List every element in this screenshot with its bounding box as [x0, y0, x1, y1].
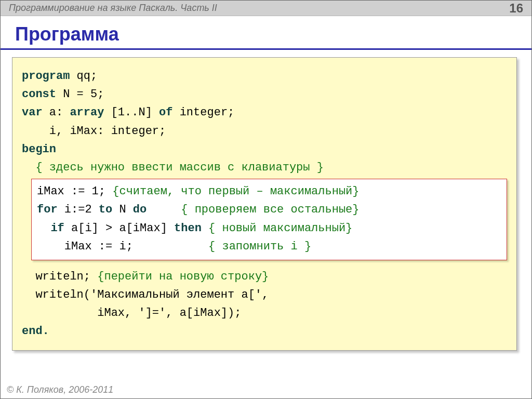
code-box: program qq; const N = 5; var a: array [1… — [12, 57, 517, 351]
comment: { запомнить i } — [208, 240, 311, 253]
highlight-box: iMax := 1; {считаем, что первый – максим… — [31, 179, 507, 260]
comment: {перейти на новую строку} — [97, 270, 269, 283]
keyword: do — [133, 203, 147, 216]
slide-topic: Программирование на языке Паскаль. Часть… — [9, 3, 217, 14]
indent — [22, 161, 35, 174]
top-bar: Программирование на языке Паскаль. Часть… — [1, 1, 531, 16]
code-area: program qq; const N = 5; var a: array [1… — [1, 50, 531, 351]
keyword: program — [22, 70, 70, 83]
code-line: writeln; {перейти на новую строку} — [22, 268, 507, 286]
code-line: { здесь нужно ввести массив с клавиатуры… — [22, 158, 507, 177]
keyword: if — [50, 222, 64, 235]
code-text — [202, 222, 208, 235]
comment: { здесь нужно ввести массив с клавиатуры… — [35, 161, 324, 174]
keyword: const — [22, 88, 56, 101]
code-line: i, iMax: integer; — [22, 122, 507, 140]
slide-heading: Программа — [1, 16, 531, 48]
code-line: if a[i] > a[iMax] then { новый максималь… — [37, 219, 501, 237]
keyword: array — [70, 106, 104, 119]
comment: { проверяем все остальные} — [181, 203, 359, 216]
code-text: [1..N] — [104, 106, 159, 119]
highlight-wrapper: iMax := 1; {считаем, что первый – максим… — [22, 177, 507, 268]
page-number: 16 — [509, 1, 523, 16]
code-line: begin — [22, 140, 507, 158]
comment: {считаем, что первый – максимальный} — [112, 185, 359, 198]
code-text: a: — [43, 106, 70, 119]
code-text: writeln; — [22, 270, 97, 283]
footer-copyright: © К. Поляков, 2006-2011 — [7, 384, 113, 395]
code-text: N = 5; — [56, 88, 104, 101]
keyword: var — [22, 106, 43, 119]
code-text: qq; — [70, 70, 97, 83]
indent — [37, 222, 50, 235]
keyword: to — [99, 203, 112, 216]
code-text: N — [112, 203, 133, 216]
code-text: a[i] > a[iMax] — [64, 222, 174, 235]
keyword: of — [159, 106, 172, 119]
comment: { новый максимальный} — [208, 222, 352, 235]
code-text: i:=2 — [58, 203, 99, 216]
keyword: for — [37, 203, 58, 216]
code-line: iMax := i; { запомнить i } — [37, 237, 501, 256]
code-line: end. — [22, 322, 507, 340]
code-line: iMax := 1; {считаем, что первый – максим… — [37, 182, 501, 201]
keyword: then — [174, 222, 202, 235]
code-text — [147, 203, 181, 216]
code-line: for i:=2 to N do { проверяем все остальн… — [37, 201, 501, 219]
code-line: const N = 5; — [22, 85, 507, 103]
code-text: iMax := i; — [37, 240, 208, 253]
code-line: writeln('Максимальный элемент a[', — [22, 286, 507, 304]
code-text: iMax := 1; — [37, 185, 112, 198]
slide: Программирование на языке Паскаль. Часть… — [0, 0, 532, 399]
code-line: iMax, ']=', a[iMax]); — [22, 304, 507, 322]
code-text: integer; — [172, 106, 234, 119]
code-line: var a: array [1..N] of integer; — [22, 103, 507, 122]
code-line: program qq; — [22, 67, 507, 85]
